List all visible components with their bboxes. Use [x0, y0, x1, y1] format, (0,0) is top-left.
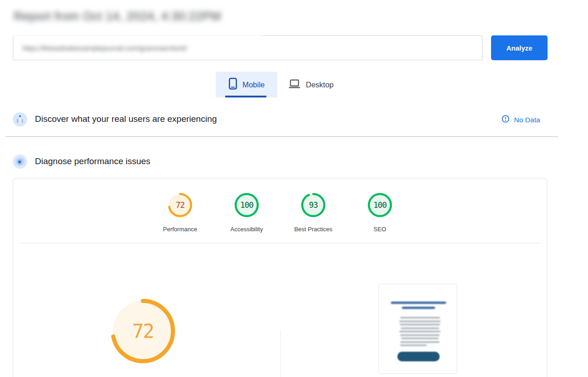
blurred-text-line — [399, 320, 441, 322]
url-value-blurred: https://thewebsiteexamplejournal.com/gra… — [23, 44, 187, 52]
gauge-label: Best Practices — [280, 226, 347, 233]
gauge-value: 72 — [167, 192, 193, 218]
blurred-text-line — [401, 337, 439, 339]
blurred-text-line — [400, 334, 440, 336]
report-title-blurred: Report from Oct 14, 2024, 4:30:22PM — [14, 9, 221, 23]
performance-score-gauge: 72 — [108, 297, 177, 366]
lighthouse-report-card: 72Performance100Accessibility93Best Prac… — [13, 178, 547, 377]
alert-circle-icon — [502, 115, 509, 125]
gauge-label: Accessibility — [214, 226, 280, 233]
blurred-cta-button — [397, 352, 440, 361]
gauge-label: Performance — [147, 226, 214, 233]
score-gauge-performance[interactable]: 72Performance — [147, 192, 214, 233]
card-divider — [19, 243, 542, 243]
score-gauge-accessibility[interactable]: 100Accessibility — [214, 192, 280, 233]
tab-mobile[interactable]: Mobile — [216, 72, 277, 97]
real-users-icon — [13, 112, 27, 128]
vertical-divider — [280, 330, 281, 377]
section-divider — [6, 136, 558, 137]
no-data-label: No Data — [514, 116, 540, 124]
url-input[interactable]: https://thewebsiteexamplejournal.com/gra… — [13, 35, 483, 60]
laptop-icon — [288, 79, 300, 91]
score-gauge-seo[interactable]: 100SEO — [347, 192, 413, 233]
no-data-status[interactable]: No Data — [502, 115, 540, 125]
category-scores-row: 72Performance100Accessibility93Best Prac… — [13, 178, 547, 233]
gauge-value: 100 — [233, 192, 260, 218]
blurred-text-line — [400, 344, 427, 346]
blurred-text-line — [400, 317, 440, 319]
tab-desktop[interactable]: Desktop — [281, 72, 341, 97]
active-tab-underline — [225, 96, 266, 97]
blurred-heading-line — [391, 302, 446, 304]
blurred-text-line — [399, 331, 441, 332]
blurred-text-line — [401, 327, 439, 329]
score-gauge-best-practices[interactable]: 93Best Practices — [280, 192, 347, 233]
blurred-text-line — [400, 324, 440, 326]
tab-desktop-label: Desktop — [306, 80, 334, 89]
diagnose-gauge-icon — [13, 154, 27, 171]
blurred-text-line — [400, 341, 440, 343]
gauge-value: 72 — [108, 297, 177, 366]
blur-smudge — [13, 34, 261, 37]
tab-mobile-label: Mobile — [243, 80, 265, 89]
field-data-section-title: Discover what your real users are experi… — [35, 114, 217, 124]
page-screenshot-thumbnail — [379, 284, 457, 374]
gauge-value: 100 — [367, 192, 393, 218]
smartphone-icon — [229, 78, 237, 91]
lab-data-section-title: Diagnose performance issues — [35, 156, 150, 166]
blurred-heading-line — [402, 307, 435, 309]
gauge-label: SEO — [347, 226, 413, 233]
gauge-value: 93 — [300, 192, 327, 218]
analyze-button[interactable]: Analyze — [491, 35, 548, 60]
